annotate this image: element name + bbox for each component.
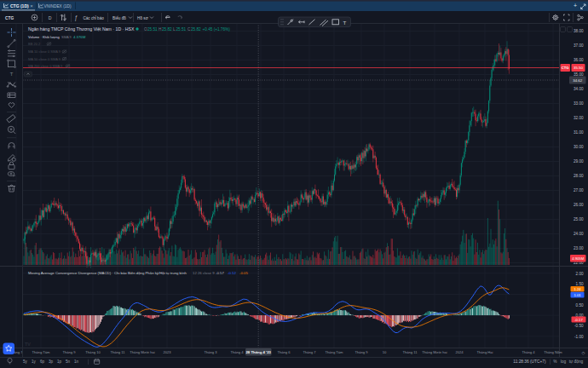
svg-text:1.24: 1.24 (574, 287, 581, 291)
svg-text:-1.00: -1.00 (574, 335, 584, 339)
svg-text:Tháng Mười hai: Tháng Mười hai (130, 350, 155, 354)
svg-text:Tháng 10: Tháng 10 (85, 350, 101, 354)
svg-text:T: T (10, 72, 14, 77)
svg-text:1.01: 1.01 (574, 293, 581, 297)
svg-text:CTG: CTG (5, 16, 14, 20)
svg-text:×: × (30, 3, 33, 9)
svg-text:25.51: 25.51 (147, 27, 158, 32)
svg-text:Tháng 4: Tháng 4 (230, 350, 244, 354)
svg-text:2023: 2023 (163, 350, 171, 354)
svg-text:32.00: 32.00 (574, 116, 584, 120)
svg-text:34.00: 34.00 (574, 87, 584, 91)
svg-text:tự động: tự động (569, 359, 584, 364)
svg-text:Ngân hàng TMCP Công Thương Việ: Ngân hàng TMCP Công Thương Việt Nam · 1D… (28, 26, 135, 32)
svg-text:-0.57: -0.57 (216, 271, 224, 275)
svg-text:Biểu đồ: Biểu đồ (112, 15, 126, 20)
svg-text:SMA 9: SMA 9 (61, 35, 72, 39)
svg-text:CTG (1D): CTG (1D) (10, 3, 29, 9)
svg-text:27.00: 27.00 (574, 188, 584, 193)
svg-text:37.00: 37.00 (574, 43, 584, 48)
svg-text:Tháng Hai: Tháng Hai (476, 350, 493, 354)
svg-text:24.00: 24.00 (574, 232, 584, 236)
svg-text:34.62: 34.62 (573, 78, 583, 83)
svg-text:Các chỉ báo: Các chỉ báo (84, 15, 105, 20)
svg-text:4.376M: 4.376M (73, 35, 86, 39)
svg-text:Tháng Tám: Tháng Tám (32, 350, 50, 354)
svg-text:35.50: 35.50 (574, 66, 584, 70)
svg-text:6p: 6p (40, 359, 45, 364)
svg-text:T: T (343, 20, 347, 26)
svg-text:28 Tháng 4 '23: 28 Tháng 4 '23 (245, 350, 271, 354)
svg-text:Tháng 9: Tháng 9 (355, 350, 368, 354)
svg-text:Moving Average Convergence Div: Moving Average Convergence Divergence (M… (28, 271, 187, 275)
svg-text:4.905M: 4.905M (572, 256, 584, 261)
svg-text:+: + (574, 3, 577, 9)
svg-text:10: 10 (383, 350, 387, 354)
svg-text:Tháng Tám: Tháng Tám (325, 350, 343, 354)
svg-text:33.00: 33.00 (574, 101, 584, 106)
svg-text:-0.50: -0.50 (574, 324, 584, 328)
svg-text:-0.05: -0.05 (239, 271, 248, 275)
svg-text:%: % (553, 359, 557, 364)
svg-text:BB 20 2: BB 20 2 (28, 42, 41, 46)
svg-text:30.00: 30.00 (574, 145, 584, 149)
svg-text:25.82: 25.82 (191, 27, 201, 32)
svg-text:38.00: 38.00 (574, 29, 584, 33)
svg-text:Tháng 6: Tháng 6 (277, 350, 291, 354)
svg-text:25.00: 25.00 (574, 217, 584, 221)
svg-text:5n: 5n (66, 359, 71, 364)
svg-text:Tháng 9: Tháng 9 (62, 350, 76, 354)
svg-text:Tháng Mười hai: Tháng Mười hai (422, 350, 447, 354)
svg-text:1p: 1p (57, 359, 62, 364)
svg-text:12 26 close 9: 12 26 close 9 (193, 271, 215, 275)
svg-text:+0.45 (+1.76%): +0.45 (+1.76%) (203, 27, 231, 32)
svg-text:Tháng Năm: Tháng Năm (544, 350, 562, 354)
svg-text:29.00: 29.00 (574, 159, 584, 164)
svg-text:25.51: 25.51 (176, 27, 187, 32)
svg-text:Volume · Khối lượng: Volume · Khối lượng (28, 35, 60, 39)
svg-text:26.00: 26.00 (574, 203, 584, 207)
svg-text:-0.12: -0.12 (228, 271, 236, 275)
svg-text:MA 200 close 0 SMA 9: MA 200 close 0 SMA 9 (28, 64, 63, 68)
svg-text:1.50: 1.50 (576, 282, 584, 286)
svg-text:2.00: 2.00 (576, 272, 584, 276)
svg-text:35.00: 35.00 (574, 72, 584, 77)
svg-text:-0.17: -0.17 (574, 318, 583, 322)
svg-text:2024: 2024 (455, 350, 464, 354)
svg-text:5y: 5y (23, 359, 28, 364)
svg-text:◇: ◇ (582, 350, 585, 355)
svg-text:VNINDEX (1D): VNINDEX (1D) (44, 4, 72, 9)
svg-text:0.50: 0.50 (576, 303, 584, 308)
svg-text:31.00: 31.00 (574, 130, 584, 135)
svg-text:25.82: 25.82 (162, 27, 172, 32)
svg-text:Tháng 3: Tháng 3 (204, 350, 217, 354)
svg-text:MA 50 close 0 SMA 9: MA 50 close 0 SMA 9 (28, 57, 61, 61)
svg-text:1y: 1y (32, 359, 37, 364)
svg-text:ƒ: ƒ (74, 14, 78, 21)
svg-text:Hồ sơ: Hồ sơ (137, 16, 148, 20)
svg-text:Tháng 4: Tháng 4 (522, 350, 535, 354)
svg-text:H: H (159, 27, 161, 32)
svg-text:1n: 1n (74, 359, 79, 364)
svg-text:Tháng 11: Tháng 11 (402, 350, 418, 354)
svg-text:3p: 3p (49, 359, 54, 364)
svg-text:36.00: 36.00 (574, 58, 584, 62)
svg-text:D: D (49, 15, 52, 20)
svg-text:11:28:36 (UTC+7): 11:28:36 (UTC+7) (513, 359, 546, 364)
svg-text:CTG: CTG (562, 66, 569, 70)
svg-text:TV: TV (25, 342, 31, 347)
svg-text:28.00: 28.00 (574, 174, 584, 178)
svg-text:log: log (561, 359, 567, 364)
svg-text:MA 10 close 0 SMA 9: MA 10 close 0 SMA 9 (28, 49, 61, 54)
svg-text:Tháng 11: Tháng 11 (110, 350, 125, 354)
svg-text:Tháng 7: Tháng 7 (303, 350, 316, 354)
svg-text:23.00: 23.00 (574, 246, 584, 250)
